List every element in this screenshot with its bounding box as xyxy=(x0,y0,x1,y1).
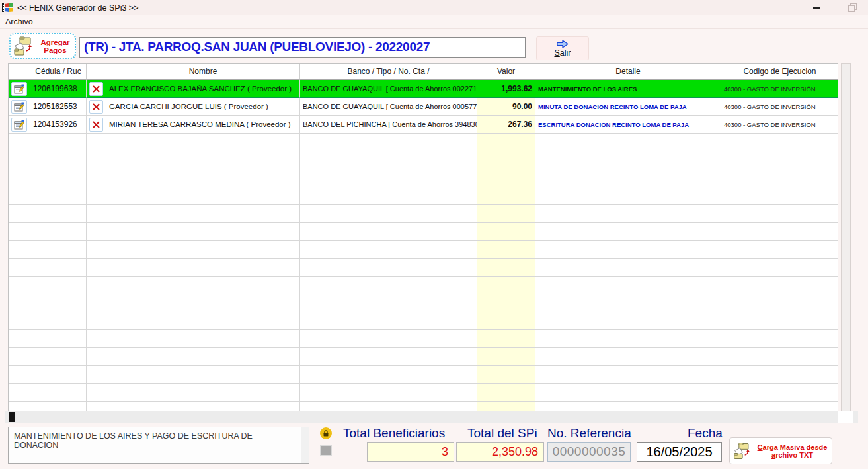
table-cell xyxy=(87,384,106,402)
table-cell: BANCO DE GUAYAQUIL [ Cuenta de Ahorros 0… xyxy=(300,80,477,98)
table-cell xyxy=(9,330,30,348)
table-cell xyxy=(87,366,106,384)
folders-arrow-icon xyxy=(733,442,753,460)
menu-archivo[interactable]: Archivo xyxy=(0,16,38,28)
window-title: << FENIX Generador de SPi3 >> xyxy=(17,3,138,13)
table-cell xyxy=(721,330,838,348)
red-x-icon xyxy=(92,103,100,111)
table-cell xyxy=(9,348,30,366)
minimize-icon xyxy=(813,7,820,9)
table-row-empty xyxy=(9,134,838,151)
table-cell xyxy=(9,259,30,277)
table-cell xyxy=(87,205,106,223)
vertical-scrollbar[interactable] xyxy=(841,63,851,411)
edit-row-button[interactable] xyxy=(11,100,27,114)
table-cell xyxy=(535,294,721,312)
total-spi-label: Total del SPi xyxy=(467,426,537,441)
horizontal-scrollbar[interactable] xyxy=(5,411,858,423)
table-row[interactable]: 1204153926 MIRIAN TERESA CARRASCO MEDINA… xyxy=(9,116,838,134)
red-x-icon xyxy=(92,120,100,129)
edit-form-icon xyxy=(14,84,24,94)
minimize-button[interactable] xyxy=(807,0,826,15)
table-cell xyxy=(477,277,535,294)
table-cell xyxy=(30,312,87,330)
table-cell xyxy=(477,366,535,384)
table-cell xyxy=(721,348,838,366)
table-cell xyxy=(721,402,838,411)
observacion-textarea[interactable]: MANTENIMIENTO DE LOS AIRES Y PAGO DE ESC… xyxy=(8,427,309,464)
lock-button[interactable] xyxy=(320,427,332,439)
header-nombre: Nombre xyxy=(106,64,300,80)
table-cell xyxy=(30,223,87,241)
table-cell xyxy=(9,80,30,98)
salir-label: Salir xyxy=(554,48,571,58)
total-beneficiarios-field: 3 xyxy=(367,442,454,462)
table-cell xyxy=(87,277,106,294)
table-cell xyxy=(477,348,535,366)
delete-row-button[interactable] xyxy=(89,100,103,114)
fecha-field[interactable]: 16/05/2025 xyxy=(637,442,722,462)
grid-header: Cédula / Ruc Nombre Banco / Tipo / No. C… xyxy=(9,64,838,80)
table-row-empty xyxy=(9,330,838,348)
table-cell xyxy=(300,312,477,330)
table-cell xyxy=(300,169,477,187)
table-cell xyxy=(300,259,477,277)
table-cell xyxy=(106,259,300,277)
table-cell xyxy=(721,312,838,330)
table-cell xyxy=(9,366,30,384)
table-row[interactable]: 1205162553 GARCIA CARCHI JORGUE LUIS ( P… xyxy=(9,98,838,116)
edit-row-button[interactable] xyxy=(11,82,27,96)
toolbar: Agregar Pagos (TR) - JTA. PARROQ.SAN JUA… xyxy=(0,28,868,63)
gray-checkbox[interactable] xyxy=(320,445,332,456)
table-cell xyxy=(30,134,87,151)
table-cell: 40300 - GASTO DE INVERSIÓN xyxy=(721,116,838,134)
table-row[interactable]: 1206199638 ALEX FRANCISCO BAJAÑA SANCHEZ… xyxy=(9,80,838,98)
table-cell xyxy=(477,259,535,277)
table-cell xyxy=(535,151,721,169)
observacion-scrollbar[interactable] xyxy=(301,427,309,463)
table-cell xyxy=(721,169,838,187)
table-cell xyxy=(30,384,87,402)
delete-row-button[interactable] xyxy=(89,82,103,96)
restore-button[interactable] xyxy=(843,0,861,15)
table-cell xyxy=(477,187,535,205)
menu-bar: Archivo xyxy=(0,15,868,28)
table-cell xyxy=(477,402,535,411)
table-cell xyxy=(106,187,300,205)
table-cell xyxy=(721,366,838,384)
table-cell xyxy=(87,312,106,330)
table-cell xyxy=(106,294,300,312)
agregar-pagos-button[interactable]: Agregar Pagos xyxy=(9,33,76,59)
salir-button[interactable]: Salir xyxy=(536,36,589,60)
delete-row-button[interactable] xyxy=(89,118,103,132)
table-cell xyxy=(30,151,87,169)
horizontal-scrollbar-thumb[interactable] xyxy=(9,412,15,422)
table-cell xyxy=(477,151,535,169)
table-cell xyxy=(535,312,721,330)
scrollbar-corner xyxy=(838,411,853,423)
payments-grid: Cédula / Ruc Nombre Banco / Tipo / No. C… xyxy=(8,63,838,411)
table-cell xyxy=(9,402,30,411)
table-row-empty xyxy=(9,241,838,259)
table-cell xyxy=(535,402,721,411)
table-cell xyxy=(9,116,30,134)
red-x-icon xyxy=(92,85,100,93)
table-cell xyxy=(477,241,535,259)
total-spi-field: 2,350.98 xyxy=(456,442,544,462)
table-cell xyxy=(9,169,30,187)
table-cell xyxy=(477,330,535,348)
table-cell xyxy=(300,205,477,223)
agregar-pagos-label: Agregar Pagos xyxy=(36,38,75,54)
table-cell xyxy=(87,330,106,348)
table-cell: MIRIAN TERESA CARRASCO MEDINA ( Proveedo… xyxy=(106,116,300,134)
entity-field[interactable]: (TR) - JTA. PARROQ.SAN JUAN (PUEBLOVIEJO… xyxy=(79,37,526,58)
edit-form-icon xyxy=(14,120,24,130)
edit-row-button[interactable] xyxy=(11,118,27,132)
table-cell xyxy=(106,402,300,411)
table-cell xyxy=(535,169,721,187)
fecha-label: Fecha xyxy=(688,426,723,441)
header-delete-column xyxy=(87,64,106,80)
carga-masiva-button[interactable]: Carga Masiva desde archivo TXT xyxy=(729,437,832,464)
table-cell xyxy=(30,366,87,384)
table-cell xyxy=(9,134,30,151)
